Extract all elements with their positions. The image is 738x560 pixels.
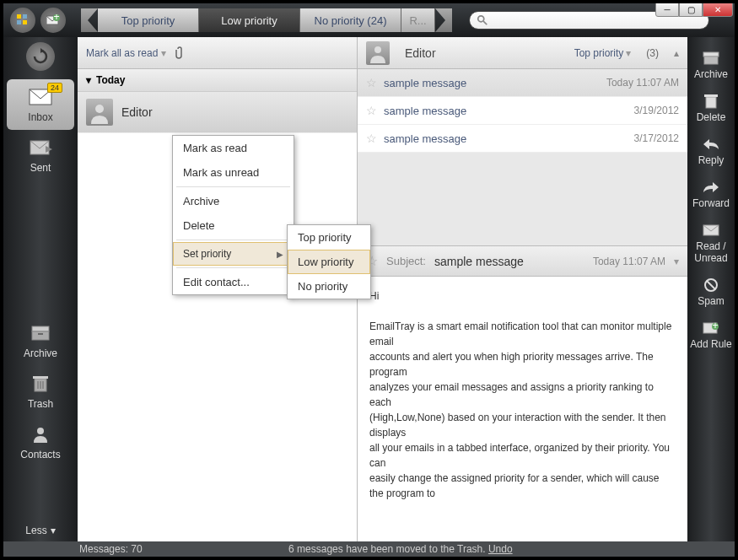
- separator: [176, 240, 290, 240]
- svg-rect-2: [17, 20, 21, 24]
- list-toolbar: Mark all as read ▾: [78, 37, 357, 69]
- ctx-sub-low[interactable]: Low priority: [288, 250, 370, 274]
- action-forward[interactable]: Forward: [687, 173, 735, 216]
- contacts-icon: [32, 426, 49, 443]
- action-archive[interactable]: Archive: [687, 44, 735, 87]
- entry-subject: sample message: [384, 132, 628, 145]
- svg-text:+: +: [712, 321, 718, 331]
- person-icon: [88, 100, 111, 124]
- nav-sent[interactable]: Sent: [3, 130, 78, 180]
- sender-name: Editor: [405, 46, 568, 60]
- message-entries: ☆ sample message Today 11:07 AM ☆ sample…: [358, 69, 687, 153]
- paperclip-icon: [175, 46, 185, 60]
- separator: [176, 186, 290, 187]
- nav-contacts[interactable]: Contacts: [3, 417, 78, 467]
- refresh-button[interactable]: [26, 42, 55, 71]
- rule-icon: +: [703, 321, 719, 335]
- nav-archive[interactable]: Archive: [3, 315, 78, 366]
- nav-trash-label: Trash: [28, 398, 53, 410]
- action-read-unread[interactable]: Read / Unread: [687, 216, 735, 271]
- ctx-archive[interactable]: Archive: [173, 189, 294, 213]
- avatar: [366, 41, 390, 65]
- sent-icon: [29, 139, 52, 156]
- entry-subject: sample message: [384, 77, 600, 89]
- compose-button[interactable]: +: [40, 8, 66, 33]
- message-entry[interactable]: ☆ sample message 3/17/2012: [358, 125, 687, 153]
- left-sidebar: 24 Inbox Sent Archive Trash Contacts Les…: [3, 37, 78, 543]
- tab-low-priority[interactable]: Low priority: [199, 8, 300, 32]
- compose-icon: +: [46, 14, 60, 26]
- envelope-icon: [703, 224, 719, 236]
- svg-point-19: [37, 428, 44, 434]
- svg-text:+: +: [53, 14, 59, 23]
- tab-scroll-right[interactable]: [435, 8, 452, 32]
- status-undo-message: 6 messages have been moved to the Trash.: [288, 543, 485, 555]
- nav-sent-label: Sent: [30, 162, 51, 174]
- status-message-count: Messages: 70: [79, 543, 143, 555]
- priority-dropdown[interactable]: Top priority ▾: [574, 47, 632, 59]
- submenu-arrow-icon: ▶: [277, 250, 283, 259]
- ctx-delete[interactable]: Delete: [173, 213, 294, 238]
- spam-icon: [703, 277, 719, 293]
- entry-subject: sample message: [384, 105, 628, 117]
- tab-scroll-left[interactable]: [81, 8, 98, 32]
- star-icon[interactable]: ☆: [366, 76, 377, 89]
- action-add-rule[interactable]: + Add Rule: [687, 314, 735, 357]
- subject-label: Subject:: [386, 255, 426, 267]
- status-bar: Messages: 70 6 messages have been moved …: [3, 541, 735, 557]
- ctx-edit-contact[interactable]: Edit contact...: [173, 270, 294, 294]
- entry-date: Today 11:07 AM: [606, 77, 679, 89]
- entry-date: 3/17/2012: [634, 132, 679, 144]
- svg-rect-24: [706, 97, 716, 108]
- right-sidebar: Archive Delete Reply Forward Read / Unre…: [687, 37, 735, 543]
- tab-no-priority[interactable]: No priority (24): [300, 8, 401, 32]
- svg-rect-11: [32, 326, 49, 331]
- close-button[interactable]: ✕: [703, 2, 733, 17]
- message-count: (3): [646, 47, 659, 59]
- top-bar: + Top priority Low priority No priority …: [3, 3, 735, 37]
- chevron-down-icon: ▾: [161, 47, 166, 59]
- ctx-sub-top[interactable]: Top priority: [288, 225, 370, 250]
- preview-column: Editor Top priority ▾ (3) ▴ ☆ sample mes…: [358, 37, 687, 543]
- svg-rect-22: [703, 52, 719, 57]
- person-icon: [368, 43, 388, 63]
- nav-inbox[interactable]: 24 Inbox: [7, 79, 74, 130]
- star-icon[interactable]: ☆: [366, 104, 377, 117]
- ctx-sub-none[interactable]: No priority: [288, 274, 370, 299]
- reply-icon: [703, 138, 719, 150]
- collapse-button[interactable]: ▴: [674, 47, 679, 59]
- ctx-mark-read[interactable]: Mark as read: [173, 136, 294, 160]
- attachment-filter-button[interactable]: [175, 46, 185, 60]
- group-header-today[interactable]: ▾ Today: [78, 69, 357, 92]
- svg-rect-12: [32, 331, 49, 340]
- home-button[interactable]: [10, 8, 35, 33]
- expand-button[interactable]: ▾: [674, 256, 679, 267]
- refresh-icon: [32, 48, 49, 65]
- undo-link[interactable]: Undo: [488, 543, 513, 555]
- tab-overflow[interactable]: R...: [401, 8, 435, 32]
- ctx-set-priority[interactable]: Set priority ▶: [173, 242, 294, 266]
- archive-icon: [30, 325, 51, 342]
- maximize-button[interactable]: ▢: [679, 2, 703, 17]
- search-icon: [477, 14, 488, 26]
- nav-trash[interactable]: Trash: [3, 366, 78, 417]
- chevron-down-icon: ▾: [626, 47, 631, 59]
- action-reply[interactable]: Reply: [687, 130, 735, 173]
- message-entry[interactable]: ☆ sample message 3/19/2012: [358, 97, 687, 125]
- tab-top-priority[interactable]: Top priority: [98, 8, 199, 32]
- nav-less-toggle[interactable]: Less ▾: [19, 518, 62, 543]
- message-entry[interactable]: ☆ sample message Today 11:07 AM: [358, 69, 687, 97]
- svg-rect-15: [33, 376, 48, 379]
- message-sender: Editor: [121, 105, 153, 119]
- action-delete[interactable]: Delete: [687, 87, 735, 130]
- message-body: Hi EmailTray is a smart email notificati…: [358, 277, 687, 543]
- message-row[interactable]: Editor: [78, 92, 357, 133]
- action-spam[interactable]: Spam: [687, 271, 735, 314]
- chevron-down-icon: ▾: [86, 74, 91, 86]
- center-column: Mark all as read ▾ ▾ Today Editor: [78, 37, 687, 543]
- mark-all-read-button[interactable]: Mark all as read ▾: [86, 47, 166, 59]
- nav-contacts-label: Contacts: [20, 449, 60, 460]
- star-icon[interactable]: ☆: [366, 132, 377, 145]
- minimize-button[interactable]: ─: [655, 2, 679, 17]
- ctx-mark-unread[interactable]: Mark as unread: [173, 160, 294, 185]
